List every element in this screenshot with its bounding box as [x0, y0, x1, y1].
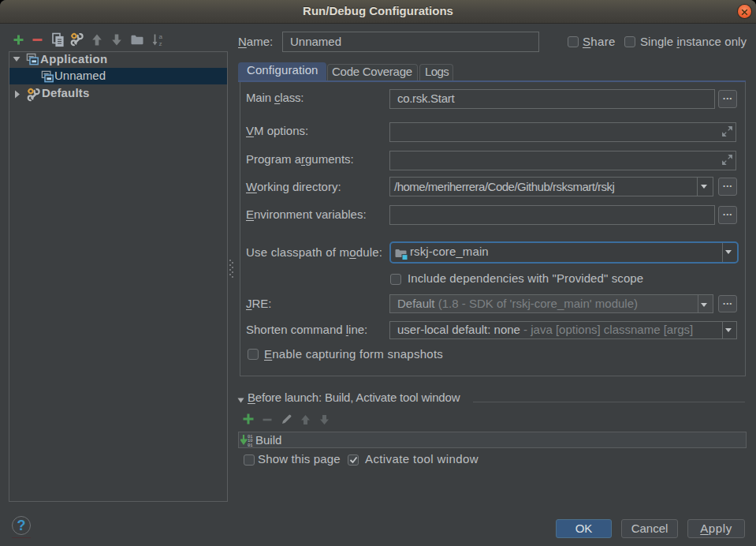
svg-text:z: z	[159, 40, 162, 47]
svg-text:01: 01	[248, 443, 253, 447]
